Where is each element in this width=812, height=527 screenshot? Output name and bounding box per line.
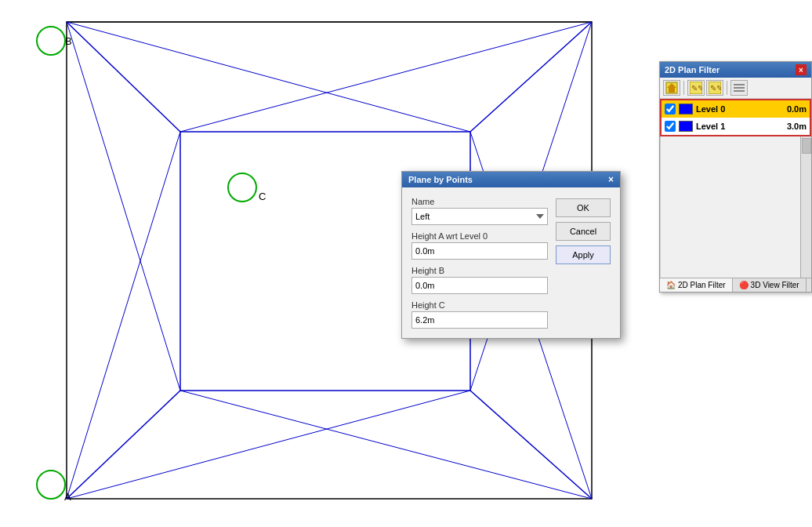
- height-b-field-group: Height B: [411, 266, 548, 294]
- svg-text:✎✎: ✎✎: [691, 84, 702, 93]
- svg-line-12: [67, 132, 180, 499]
- plan-filter-toolbar: ✎✎ ✎✎: [660, 78, 811, 99]
- tab-3d-label: 3D View Filter: [751, 281, 799, 289]
- level1-checkbox[interactable]: [665, 121, 676, 132]
- apply-button[interactable]: Apply: [556, 245, 611, 264]
- filter-row-level1[interactable]: Level 1 3.0m: [662, 118, 810, 135]
- svg-line-7: [67, 22, 470, 132]
- svg-text:A: A: [64, 491, 71, 503]
- plane-by-points-dialog: Plane by Points × Name Left Right Front …: [401, 171, 621, 339]
- level0-checkbox[interactable]: [665, 104, 676, 114]
- dialog-close-button[interactable]: ×: [608, 175, 614, 184]
- svg-text:C: C: [259, 191, 266, 202]
- svg-text:✎✎: ✎✎: [710, 84, 721, 93]
- name-field-group: Name Left Right Front Back: [411, 197, 548, 225]
- svg-point-15: [37, 471, 65, 499]
- filter-options-button[interactable]: [730, 80, 748, 96]
- name-label: Name: [411, 197, 548, 206]
- height-b-input[interactable]: [411, 277, 548, 294]
- svg-text:B: B: [65, 35, 72, 47]
- svg-point-19: [228, 173, 256, 202]
- level1-color: [679, 121, 693, 132]
- plan-filter-panel: 2D Plan Filter × ✎✎ ✎✎: [659, 61, 812, 293]
- edit-level-button[interactable]: ✎✎: [687, 80, 705, 96]
- level1-name: Level 1: [696, 122, 776, 131]
- name-select[interactable]: Left Right Front Back: [411, 208, 548, 225]
- level0-name: Level 0: [696, 104, 776, 114]
- dialog-title-bar[interactable]: Plane by Points ×: [402, 172, 620, 187]
- plan-filter-title-bar[interactable]: 2D Plan Filter ×: [660, 62, 811, 78]
- dialog-title-label: Plane by Points: [408, 175, 473, 184]
- svg-rect-27: [734, 87, 745, 89]
- level0-value: 0.0m: [779, 104, 807, 114]
- dialog-fields: Name Left Right Front Back Height A wrt …: [411, 197, 548, 329]
- svg-point-17: [37, 27, 65, 55]
- height-b-label: Height B: [411, 266, 548, 275]
- svg-rect-26: [734, 84, 745, 85]
- tab-2d-label: 2D Plan Filter: [678, 281, 726, 289]
- filter-row-level0[interactable]: Level 0 0.0m: [662, 100, 810, 118]
- add-level-button[interactable]: [663, 80, 680, 96]
- plan-filter-title-label: 2D Plan Filter: [665, 65, 720, 75]
- height-c-label: Height C: [411, 300, 548, 310]
- plan-filter-tabs: 🏠 2D Plan Filter 🔴 3D View Filter: [660, 278, 811, 292]
- dialog-buttons: OK Cancel Apply: [556, 197, 611, 329]
- 3d-filter-icon: 🔴: [739, 281, 749, 289]
- svg-line-10: [180, 391, 592, 499]
- height-a-input[interactable]: [411, 242, 548, 260]
- height-a-field-group: Height A wrt Level 0: [411, 231, 548, 260]
- svg-line-8: [180, 22, 592, 132]
- height-c-field-group: Height C: [411, 300, 548, 329]
- svg-line-9: [67, 391, 470, 499]
- level0-color: [679, 104, 693, 114]
- plan-filter-close-button[interactable]: ×: [796, 64, 807, 75]
- ok-button[interactable]: OK: [556, 198, 611, 217]
- height-a-label: Height A wrt Level 0: [411, 231, 548, 241]
- copy-level-button[interactable]: ✎✎: [706, 80, 723, 96]
- 2d-filter-icon: 🏠: [666, 281, 676, 289]
- tab-3d-view-filter[interactable]: 🔴 3D View Filter: [733, 278, 807, 292]
- height-c-input[interactable]: [411, 311, 548, 329]
- plan-filter-list: Level 0 0.0m Level 1 3.0m: [660, 99, 811, 136]
- tab-2d-plan-filter[interactable]: 🏠 2D Plan Filter: [660, 278, 733, 292]
- level1-value: 3.0m: [779, 122, 807, 131]
- svg-rect-28: [734, 90, 745, 92]
- cancel-button[interactable]: Cancel: [556, 222, 611, 241]
